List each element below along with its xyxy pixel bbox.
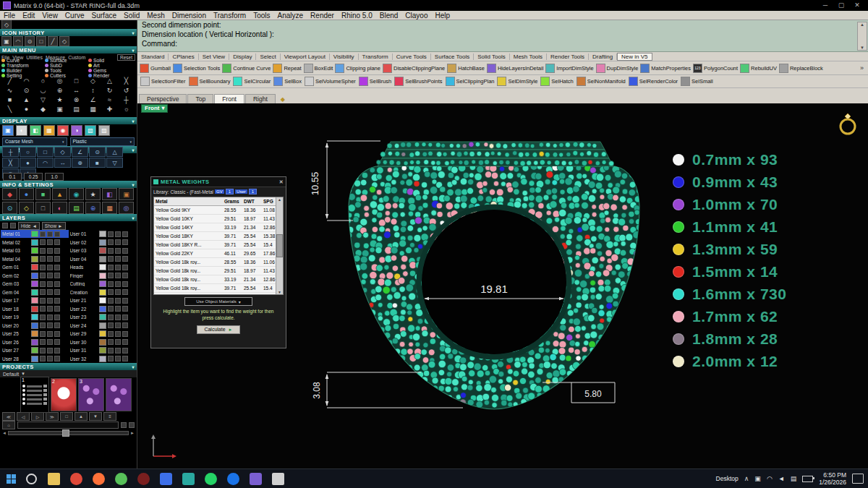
layer-color-swatch[interactable] <box>99 330 106 337</box>
window-control-button[interactable]: ▢ <box>833 0 849 11</box>
layer-row[interactable]: User 30 <box>69 338 137 346</box>
display-mode-icon[interactable]: ◐ <box>16 125 27 136</box>
layer-visibility-icon[interactable] <box>40 356 46 361</box>
metal-table-row[interactable]: Yellow Gold 22KY 46.11 29.65 17.86 <box>154 249 283 258</box>
settings-icon[interactable]: ▲ <box>52 188 67 200</box>
layer-current-icon[interactable] <box>54 248 60 254</box>
layer-row[interactable]: User 04 <box>69 255 137 263</box>
layer-row[interactable]: Finger <box>69 272 137 280</box>
layer-lock-icon[interactable] <box>47 231 53 237</box>
scrollbar-thumb[interactable] <box>276 234 283 257</box>
snap-toggle-icon[interactable]: ⊙ <box>89 147 106 157</box>
taskbar-app-icon[interactable] <box>70 473 82 485</box>
layer-row[interactable]: User 28 <box>1 355 69 363</box>
history-icon[interactable]: ◇ <box>59 36 69 46</box>
toolbar-button[interactable]: MatchProperties <box>640 64 691 73</box>
toolbar-tab[interactable]: Drafting <box>589 53 617 60</box>
tool-icon[interactable]: ╳ <box>118 76 135 85</box>
menu-item[interactable]: Rhino 5.0 <box>338 12 376 20</box>
tool-icon[interactable]: ↕ <box>85 85 101 95</box>
layer-current-icon[interactable] <box>54 273 60 278</box>
metal-table-row[interactable]: Yellow Gold 18k roy... 33.19 21.34 12.86 <box>154 275 283 284</box>
toolbar-button[interactable]: SelBrushPoints <box>394 77 442 86</box>
layer-row[interactable]: User 31 <box>69 346 137 354</box>
project-text-input[interactable] <box>17 421 119 429</box>
scroll-up-icon[interactable]: ▲ <box>278 197 281 202</box>
taskbar-app-icon[interactable] <box>182 473 195 485</box>
layer-visibility-icon[interactable] <box>108 239 114 245</box>
main-menu-category[interactable]: Surface <box>45 58 85 63</box>
layer-lock-icon[interactable] <box>47 248 53 254</box>
menu-item[interactable]: File <box>0 12 19 20</box>
layer-lock-icon[interactable] <box>115 265 121 270</box>
layer-color-swatch[interactable] <box>31 297 38 304</box>
snap-toggle-icon[interactable]: ▽ <box>106 158 123 168</box>
layer-visibility-icon[interactable] <box>108 256 114 262</box>
taskbar-app-icon[interactable] <box>93 473 105 485</box>
taskbar-app-icon[interactable] <box>227 473 239 485</box>
metal-table-row[interactable]: Yellow Gold 10KY 29.51 18.97 11.43 <box>154 215 283 223</box>
layer-color-swatch[interactable] <box>99 247 106 254</box>
viewport-title-dropdown[interactable]: Front ▾ <box>141 104 168 113</box>
toolbar-tab[interactable]: Render Tools <box>547 53 589 60</box>
tool-icon[interactable]: ▽ <box>35 95 51 104</box>
menu-item[interactable]: Solid <box>120 12 143 20</box>
project-thumbnail[interactable]: 2 <box>51 378 77 411</box>
toolbar-button[interactable]: SelectionFilter <box>140 77 186 86</box>
main-menu-category[interactable]: Tools <box>45 68 85 73</box>
layer-current-icon[interactable] <box>122 281 128 287</box>
menu-item[interactable]: Analyze <box>274 12 307 20</box>
tool-icon[interactable]: ◠ <box>18 76 35 85</box>
layer-current-icon[interactable] <box>54 281 60 287</box>
toolbar-button[interactable]: SelDimStyle <box>497 77 537 86</box>
layer-lock-icon[interactable] <box>47 273 53 278</box>
layer-current-icon[interactable] <box>122 314 128 320</box>
layer-color-swatch[interactable] <box>99 281 106 287</box>
layer-lock-icon[interactable] <box>115 239 121 245</box>
settings-icon[interactable]: ▦ <box>102 202 117 214</box>
material-source-dropdown[interactable]: Use Object Materials ▾ <box>184 297 252 306</box>
toolbar-tab[interactable]: Visibility <box>330 53 359 60</box>
layer-lock-icon[interactable] <box>47 256 53 262</box>
layer-lock-icon[interactable] <box>115 348 121 354</box>
menu-item[interactable]: Dimension <box>169 12 210 20</box>
toolbar-button[interactable]: HideLayersInDetail <box>487 64 543 73</box>
tray-icon[interactable]: ◄ <box>778 475 785 482</box>
settings-icon[interactable]: ■ <box>35 188 51 200</box>
main-menu-category[interactable]: Transform <box>1 63 41 68</box>
layer-color-swatch[interactable] <box>31 322 38 329</box>
layer-row[interactable]: User 21 <box>69 296 137 304</box>
tool-icon[interactable]: ○ <box>35 76 51 85</box>
taskbar-app-icon[interactable] <box>272 473 284 485</box>
toolbar-tab[interactable]: Mesh Tools <box>510 53 547 60</box>
layer-row[interactable]: User 29 <box>69 330 137 338</box>
taskbar-app-icon[interactable] <box>160 473 172 485</box>
hide-layers-button[interactable]: Hide ◄ <box>18 222 40 230</box>
layer-current-icon[interactable] <box>54 298 60 304</box>
taskbar-app-icon[interactable] <box>250 473 262 485</box>
layer-color-swatch[interactable] <box>31 256 38 262</box>
snap-toggle-icon[interactable]: ◇ <box>54 147 71 157</box>
metal-weights-dialog[interactable]: METAL WEIGHTS ✕ Library: Classic - (Fast… <box>150 176 286 348</box>
layer-color-swatch[interactable] <box>99 289 106 296</box>
layer-lock-icon[interactable] <box>115 256 121 262</box>
layer-current-icon[interactable] <box>54 322 60 328</box>
tool-icon[interactable]: ↻ <box>101 85 118 95</box>
toolbar-button[interactable]: ImportDimStyle <box>545 64 593 73</box>
toolbar-button[interactable]: SelHatch <box>540 77 573 86</box>
display-mode-icon[interactable]: ◉ <box>57 125 69 136</box>
layer-visibility-icon[interactable] <box>108 322 114 328</box>
home-icon[interactable]: ⌂ <box>2 421 15 429</box>
layer-current-icon[interactable] <box>122 265 128 270</box>
history-icon[interactable]: ⊙ <box>25 36 35 46</box>
layer-row[interactable]: User 20 <box>1 322 69 330</box>
layer-tool-icon[interactable] <box>2 223 8 228</box>
settings-icon[interactable]: ◆ <box>2 188 17 200</box>
toolbar-button[interactable]: ReplaceBlock <box>779 64 823 73</box>
display-mode-icon[interactable]: ◑ <box>71 125 82 136</box>
metal-table-row[interactable]: Yellow Gold 18k roy... 28.55 18.36 11.06 <box>154 258 283 267</box>
layer-lock-icon[interactable] <box>115 298 121 304</box>
menu-item[interactable]: Edit <box>19 12 38 20</box>
layer-visibility-icon[interactable] <box>40 273 46 278</box>
settings-icon[interactable]: ◧ <box>102 188 117 200</box>
